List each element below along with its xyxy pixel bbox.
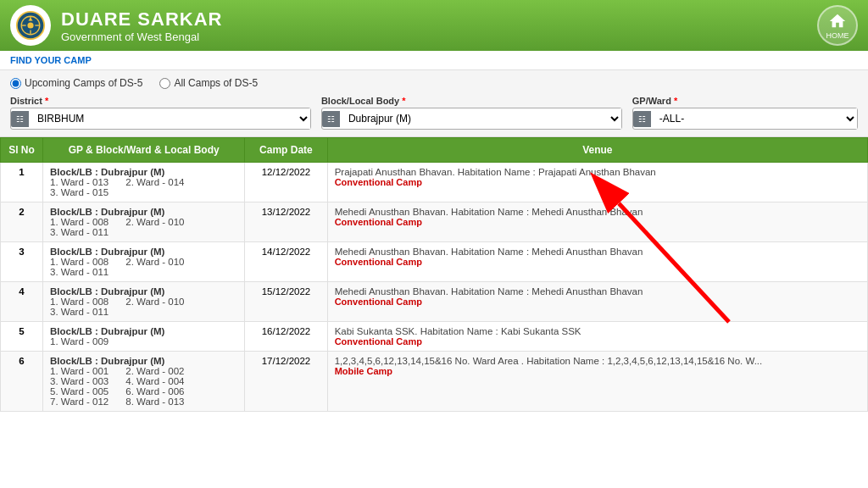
gp-dropdown-group: GP/Ward * ☷ -ALL- (632, 96, 858, 130)
venue-name: 1,2,3,4,5,6,12,13,14,15&16 No. Ward Area… (335, 356, 860, 366)
venue-name: Prajapati Anusthan Bhavan. Habitation Na… (335, 167, 860, 177)
block-label: Block/Local Body * (321, 96, 622, 106)
venue-name: Mehedi Anusthan Bhavan. Habitation Name … (335, 286, 860, 297)
cell-venue: Mehedi Anusthan Bhavan. Habitation Name … (327, 242, 867, 282)
cell-gp: Block/LB : Dubrajpur (M)1. Ward - 0082. … (43, 282, 245, 322)
block-lb: Block/LB : Dubrajpur (M) (50, 286, 237, 297)
svg-point-2 (27, 22, 33, 28)
gp-input-wrap: ☷ -ALL- (632, 108, 858, 130)
block-lb: Block/LB : Dubrajpur (M) (50, 326, 237, 336)
ward-label: 3. Ward - 011 (50, 227, 108, 237)
cell-date: 14/12/2022 (245, 242, 327, 282)
gp-select[interactable]: -ALL- (651, 108, 857, 129)
cell-slno: 2 (1, 202, 43, 242)
block-select[interactable]: Dubrajpur (M) (340, 108, 621, 129)
cell-date: 13/12/2022 (245, 202, 327, 242)
ward-row: 1. Ward - 0132. Ward - 014 (50, 177, 237, 187)
venue-name: Mehedi Anusthan Bhavan. Habitation Name … (335, 247, 860, 257)
venue-type: Conventional Camp (335, 177, 860, 187)
cell-gp: Block/LB : Dubrajpur (M)1. Ward - 0082. … (43, 202, 245, 242)
venue-type: Conventional Camp (335, 217, 860, 227)
cell-slno: 5 (1, 322, 43, 352)
ward-row: 3. Ward - 011 (50, 307, 237, 317)
district-select[interactable]: BIRBHUM (29, 108, 310, 129)
block-input-wrap: ☷ Dubrajpur (M) (321, 108, 622, 130)
block-lb: Block/LB : Dubrajpur (M) (50, 167, 237, 177)
ward-label: 8. Ward - 013 (125, 396, 184, 407)
cell-date: 17/12/2022 (245, 352, 327, 412)
cell-gp: Block/LB : Dubrajpur (M)1. Ward - 009 (43, 322, 245, 352)
ward-row: 1. Ward - 0082. Ward - 010 (50, 257, 237, 267)
district-input-wrap: ☷ BIRBHUM (10, 108, 311, 130)
ward-label: 3. Ward - 003 (50, 376, 108, 386)
table-row: 6Block/LB : Dubrajpur (M)1. Ward - 0012.… (1, 352, 868, 412)
cell-date: 16/12/2022 (245, 322, 327, 352)
venue-type: Conventional Camp (335, 297, 860, 307)
ward-label: 1. Ward - 008 (50, 257, 108, 267)
find-camp-link[interactable]: FIND YOUR CAMP (10, 55, 92, 65)
cell-slno: 4 (1, 282, 43, 322)
cell-venue: Prajapati Anusthan Bhavan. Habitation Na… (327, 163, 867, 202)
ward-label: 2. Ward - 014 (125, 177, 184, 187)
radio-group: Upcoming Camps of DS-5 All Camps of DS-5 (10, 77, 858, 89)
ward-label: 2. Ward - 010 (125, 217, 184, 227)
venue-name: Mehedi Anusthan Bhavan. Habitation Name … (335, 207, 860, 217)
cell-date: 15/12/2022 (245, 282, 327, 322)
table-header-row: Sl No GP & Block/Ward & Local Body Camp … (1, 138, 868, 163)
table-row: 2Block/LB : Dubrajpur (M)1. Ward - 0082.… (1, 202, 868, 242)
col-date: Camp Date (245, 138, 327, 163)
col-gp: GP & Block/Ward & Local Body (43, 138, 245, 163)
district-label: District * (10, 96, 311, 106)
cell-date: 12/12/2022 (245, 163, 327, 202)
district-dropdown-group: District * ☷ BIRBHUM (10, 96, 311, 130)
venue-type: Mobile Camp (335, 366, 860, 376)
ward-label: 6. Ward - 006 (125, 386, 184, 396)
ward-label: 7. Ward - 012 (50, 396, 108, 407)
home-label: HOME (826, 31, 849, 40)
home-button[interactable]: HOME (817, 5, 858, 46)
radio-all-label: All Camps of DS-5 (174, 77, 258, 89)
ward-row: 3. Ward - 011 (50, 227, 237, 237)
ward-label: 1. Ward - 008 (50, 297, 108, 307)
block-lb: Block/LB : Dubrajpur (M) (50, 247, 237, 257)
cell-gp: Block/LB : Dubrajpur (M)1. Ward - 0082. … (43, 242, 245, 282)
ward-label: 5. Ward - 005 (50, 386, 108, 396)
gp-icon: ☷ (633, 111, 651, 127)
cell-slno: 1 (1, 163, 43, 202)
radio-upcoming-label: Upcoming Camps of DS-5 (25, 77, 142, 89)
ward-label: 2. Ward - 010 (125, 257, 184, 267)
cell-venue: Mehedi Anusthan Bhavan. Habitation Name … (327, 282, 867, 322)
ward-label: 2. Ward - 010 (125, 297, 184, 307)
ward-label: 1. Ward - 008 (50, 217, 108, 227)
radio-upcoming[interactable]: Upcoming Camps of DS-5 (10, 77, 142, 89)
ward-row: 7. Ward - 0128. Ward - 013 (50, 396, 237, 407)
venue-type: Conventional Camp (335, 257, 860, 267)
app-title: DUARE SARKAR (61, 8, 817, 30)
table-area: Sl No GP & Block/Ward & Local Body Camp … (0, 137, 868, 486)
dropdowns-row: District * ☷ BIRBHUM Block/Local Body * … (10, 96, 858, 130)
ward-label: 3. Ward - 015 (50, 187, 108, 197)
ward-row: 1. Ward - 009 (50, 336, 237, 347)
table-row: 5Block/LB : Dubrajpur (M)1. Ward - 00916… (1, 322, 868, 352)
gp-label: GP/Ward * (632, 96, 858, 106)
ward-row: 3. Ward - 015 (50, 187, 237, 197)
ward-row: 1. Ward - 0012. Ward - 002 (50, 366, 237, 376)
block-lb: Block/LB : Dubrajpur (M) (50, 207, 237, 217)
cell-venue: Mehedi Anusthan Bhavan. Habitation Name … (327, 202, 867, 242)
venue-name: Kabi Sukanta SSK. Habitation Name : Kabi… (335, 326, 860, 336)
ward-label: 3. Ward - 011 (50, 267, 108, 277)
ward-row: 1. Ward - 0082. Ward - 010 (50, 297, 237, 307)
ward-label: 4. Ward - 004 (125, 376, 184, 386)
header-text: DUARE SARKAR Government of West Bengal (61, 8, 817, 43)
ward-row: 3. Ward - 011 (50, 267, 237, 277)
district-icon: ☷ (11, 111, 29, 127)
col-slno: Sl No (1, 138, 43, 163)
ward-label: 1. Ward - 013 (50, 177, 108, 187)
table-row: 4Block/LB : Dubrajpur (M)1. Ward - 0082.… (1, 282, 868, 322)
ward-label: 1. Ward - 001 (50, 366, 108, 376)
radio-all[interactable]: All Camps of DS-5 (159, 77, 258, 89)
table-row: 3Block/LB : Dubrajpur (M)1. Ward - 0082.… (1, 242, 868, 282)
cell-gp: Block/LB : Dubrajpur (M)1. Ward - 0012. … (43, 352, 245, 412)
venue-type: Conventional Camp (335, 336, 860, 347)
filter-area: Upcoming Camps of DS-5 All Camps of DS-5… (0, 70, 868, 137)
